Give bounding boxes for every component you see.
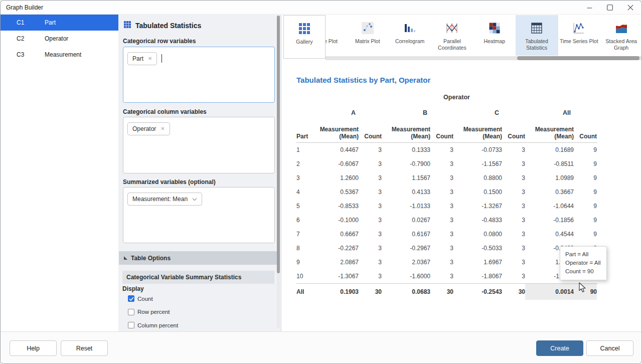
summarized-variables-field[interactable]: Measurement: Mean	[123, 187, 275, 243]
value-cell: -0.1856	[525, 213, 574, 227]
value-cell: -0.2267	[316, 241, 359, 255]
results-title: Tabulated Statistics by Part, Operator	[296, 76, 430, 84]
value-cell: 3	[359, 255, 382, 269]
value-cell: 3	[359, 143, 382, 157]
stats-table: OperatorABCAllPartMeasurement(Mean)Count…	[296, 90, 597, 299]
table-row: 10-1.30673-1.60003-1.80673-1.57119	[296, 269, 597, 283]
tooltip-line: Operator = All	[565, 259, 601, 267]
checkbox-unchecked-icon[interactable]	[128, 309, 134, 315]
variable-chip[interactable]: Measurement: Mean	[127, 193, 202, 206]
table-options-section[interactable]: Table Options	[119, 251, 277, 265]
help-button[interactable]: Help	[10, 340, 57, 356]
value-cell: 3	[359, 185, 382, 199]
column-list-sidebar: C1PartC2OperatorC3Measurement	[1, 15, 118, 331]
value-cell: 3	[359, 269, 382, 283]
reset-button[interactable]: Reset	[61, 340, 108, 356]
chevron-down-icon[interactable]	[192, 196, 197, 203]
table-row: 6-0.100030.02673-0.48333-0.18569	[296, 213, 597, 227]
value-cell: 9	[574, 199, 597, 213]
gallery-tab-stacked-area-graph[interactable]: Stacked Area Graph	[600, 15, 642, 56]
total-value-cell[interactable]: 0.0014	[525, 284, 574, 300]
remove-chip-icon[interactable]: ✕	[148, 56, 152, 61]
checkbox-row-percent[interactable]: Row percent	[128, 309, 170, 315]
value-cell: 3	[430, 227, 453, 241]
value-cell: 0.3667	[525, 185, 574, 199]
value-cell: 9	[574, 213, 597, 227]
remove-chip-icon[interactable]: ✕	[160, 126, 165, 131]
graph-builder-window: Graph Builder C1PartC2OperatorC3Measurem…	[0, 0, 642, 364]
maximize-icon[interactable]	[607, 5, 613, 11]
value-cell: 0.4544	[525, 227, 574, 241]
table-column-headers-row: PartMeasurement(Mean)CountMeasurement(Me…	[296, 121, 597, 143]
part-cell: 5	[296, 199, 316, 213]
value-cell: 3	[430, 199, 453, 213]
spacer-cell	[296, 105, 316, 121]
spacer-cell	[430, 105, 453, 121]
mean-column-header: Measurement(Mean)	[382, 126, 430, 140]
value-cell: 0.6667	[316, 227, 359, 241]
value-cell: 3	[502, 157, 525, 171]
variable-chip[interactable]: Part✕	[127, 52, 157, 65]
sidebar-item-part[interactable]: C1Part	[1, 15, 118, 31]
cell-tooltip: Part = All Operator = All Count = 90	[560, 246, 607, 280]
checkbox-label: Column percent	[137, 322, 178, 328]
gallery-scrollbar-thumb[interactable]	[517, 56, 639, 60]
content-pane: e PlotMatrix PlotCorrelogramParallel Coo…	[281, 15, 642, 331]
value-cell: 3	[502, 227, 525, 241]
value-cell: 3	[502, 241, 525, 255]
gallery-tab-time-series-plot[interactable]: Time Series Plot	[558, 15, 600, 56]
summarized-variables-label: Summarized variables (optional)	[123, 178, 216, 186]
gallery-horizontal-scrollbar[interactable]	[326, 56, 642, 60]
checkbox-unchecked-icon[interactable]	[128, 322, 134, 328]
value-cell: 3	[430, 171, 453, 185]
value-cell: 2.0367	[382, 255, 430, 269]
total-part-cell: All	[296, 284, 316, 300]
value-cell: -0.7900	[382, 157, 430, 171]
value-cell: 3	[359, 157, 382, 171]
column-id: C3	[17, 51, 45, 58]
checkbox-label: Count	[137, 296, 153, 302]
gallery-tab-tabulated-statistics[interactable]: Tabulated Statistics	[516, 15, 558, 56]
gallery-tab-heatmap[interactable]: Heatmap	[473, 15, 516, 56]
spacer-cell	[296, 90, 316, 105]
mouse-cursor-icon	[579, 282, 588, 295]
panel-scrollbar-thumb[interactable]	[277, 16, 280, 273]
column-name: Measurement	[45, 51, 81, 58]
gallery-tab-correlogram[interactable]: Correlogram	[389, 15, 431, 56]
operator-level-b: B	[382, 105, 430, 121]
text-caret	[162, 54, 162, 63]
title-bar: Graph Builder	[1, 1, 641, 15]
column-variables-field[interactable]: Operator✕	[123, 117, 275, 173]
value-cell: 0.8800	[453, 171, 502, 185]
value-cell: 0.0800	[453, 227, 502, 241]
sidebar-item-operator[interactable]: C2Operator	[1, 31, 118, 47]
value-cell: 0.5367	[316, 185, 359, 199]
value-cell: 1.0989	[525, 171, 574, 185]
minimize-icon[interactable]	[586, 5, 592, 11]
value-cell: -0.1000	[316, 213, 359, 227]
checkbox-checked-icon[interactable]	[128, 295, 134, 302]
row-variables-label: Categorical row variables	[123, 38, 196, 45]
value-cell: 9	[574, 185, 597, 199]
table-options-label: Table Options	[131, 255, 171, 262]
checkbox-column-percent[interactable]: Column percent	[128, 322, 178, 328]
gallery-tab-parallel-coordinates[interactable]: Parallel Coordinates	[431, 15, 473, 56]
value-cell: 1.6967	[453, 255, 502, 269]
count-column-header: Count	[430, 133, 453, 140]
checkbox-count[interactable]: Count	[128, 295, 153, 302]
gallery-button[interactable]: Gallery	[283, 15, 326, 59]
gallery-tab-matrix-plot[interactable]: Matrix Plot	[346, 15, 389, 56]
gallery-tab-label: Tabulated Statistics	[516, 38, 558, 51]
close-icon[interactable]	[627, 5, 633, 11]
row-variables-field[interactable]: Part✕	[123, 47, 275, 103]
variable-chip[interactable]: Operator✕	[127, 122, 170, 135]
sidebar-item-measurement[interactable]: C3Measurement	[1, 47, 118, 63]
value-cell: 3	[430, 241, 453, 255]
table-total-row: All0.1903300.068330-0.2543300.001490	[296, 283, 597, 299]
gallery-tab-label: Parallel Coordinates	[431, 38, 473, 51]
stacked-area-icon	[615, 22, 628, 35]
create-button[interactable]: Create	[536, 340, 583, 356]
summary-statistics-section: Categorical Variable Summary Statistics	[122, 271, 274, 284]
cancel-button[interactable]: Cancel	[586, 340, 633, 356]
panel-scrollbar[interactable]	[277, 16, 280, 328]
